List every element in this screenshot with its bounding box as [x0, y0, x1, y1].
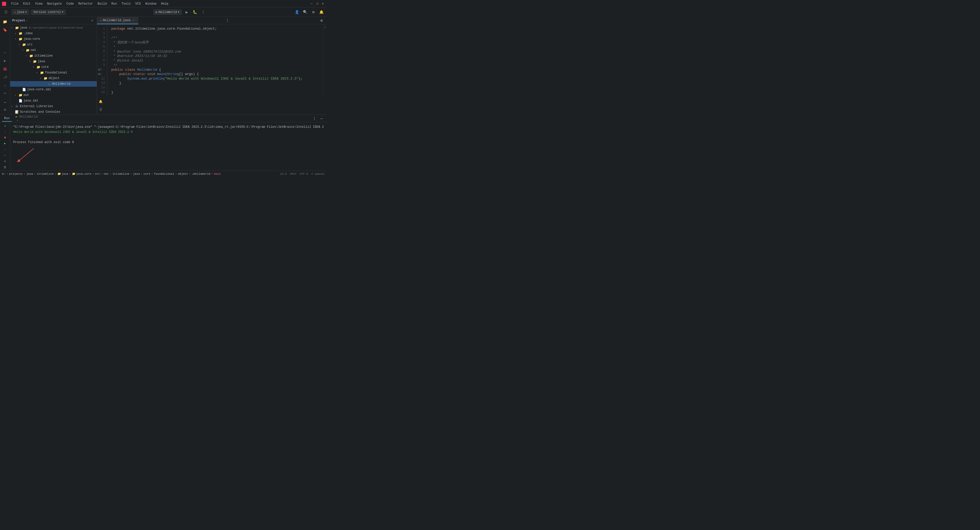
terminal-settings-icon[interactable]: ⚙	[1, 159, 9, 164]
line-num-5: 5	[103, 44, 107, 49]
right-icon-database[interactable]: 🗄	[97, 106, 105, 114]
menu-refactor[interactable]: Refactor	[76, 2, 95, 6]
run-gutter-11[interactable]: ▶	[99, 73, 100, 76]
line-num-3: 3	[103, 36, 107, 40]
menu-edit[interactable]: Edit	[21, 2, 33, 6]
more-run-options-button[interactable]: ⋮	[200, 9, 206, 15]
settings-icon[interactable]: ⚙	[310, 9, 317, 15]
search-icon[interactable]: 🔍	[302, 9, 308, 15]
cursor-position[interactable]: 13:6	[280, 172, 286, 176]
menu-view[interactable]: View	[33, 2, 45, 6]
scratches-icon: 📝	[15, 110, 19, 114]
tree-item-java-iml[interactable]: ▸ 📄 java.iml	[10, 98, 97, 103]
menu-file[interactable]: File	[9, 2, 21, 6]
code-line-7: * @version 2023/11/16 18:32	[111, 54, 323, 59]
sidebar-icon-run-panel[interactable]: ▶	[1, 57, 9, 65]
menu-bar: File Edit View Navigate Code Refactor Bu…	[9, 2, 170, 6]
tree-label-scratches: Scratches and Consoles	[20, 110, 60, 114]
menu-window[interactable]: Window	[143, 2, 159, 6]
tree-label-src: src	[27, 43, 33, 46]
tree-item-ittimeline[interactable]: ▾ 📁 ittimeline	[10, 53, 97, 59]
tree-item-net[interactable]: ▾ 📁 net	[10, 48, 97, 53]
terminal-more-icon[interactable]: ⋮	[311, 116, 318, 122]
sidebar-icon-git[interactable]: ⎇	[1, 73, 9, 81]
menu-vcs[interactable]: VCS	[133, 2, 143, 6]
run-again-icon[interactable]: ▶	[1, 141, 9, 146]
tree-item-foundational[interactable]: ▾ 📁 foundational	[10, 70, 97, 76]
run-gutter-10[interactable]: ▶	[99, 68, 100, 71]
minimize-button[interactable]: —	[310, 2, 313, 6]
tree-item-external-libs[interactable]: ▸ 🏛 External Libraries	[10, 103, 97, 109]
tree-item-java-core-iml[interactable]: ▸ 📄 java-core.iml	[10, 87, 97, 92]
tab-close-button[interactable]: ✕	[131, 19, 135, 22]
terminal-minimize-icon[interactable]: —	[318, 116, 325, 122]
sidebar-icon-folder[interactable]: 📁	[1, 18, 9, 25]
sidebar-icon-terminal[interactable]: ⌨	[1, 89, 9, 97]
rerun-icon[interactable]: ↺	[1, 124, 9, 128]
account-icon[interactable]: 👤	[294, 9, 300, 15]
code-line-11: public static void main(String[] args) {	[111, 72, 323, 76]
sidebar-icon-debug-panel[interactable]: 🐞	[1, 65, 9, 73]
maximize-button[interactable]: ❐	[315, 2, 319, 6]
tree-item-HelloWorld[interactable]: ▸ ☕ HelloWorld	[10, 81, 97, 87]
sidebar-icon-git2[interactable]: ⊞	[1, 106, 9, 114]
tree-item-java-core[interactable]: ▾ 📁 java-core	[10, 36, 97, 42]
close-button[interactable]: ✕	[321, 2, 325, 6]
editor-scrollbar[interactable]: ✓	[323, 24, 327, 97]
folder-icon-java-pkg: 📁	[33, 59, 37, 63]
editor-settings-icon[interactable]: ⚙	[318, 17, 325, 24]
terminal-header: Run ▶ HelloWorld ✕ ⋮ —	[0, 115, 327, 122]
menu-code[interactable]: Code	[64, 2, 76, 6]
sidebar-icon-more[interactable]: ⋯	[1, 49, 9, 56]
code-content[interactable]: package net.ittimeline.java.core.foundat…	[107, 24, 323, 97]
tree-item-core[interactable]: ▾ 📁 core	[10, 64, 97, 70]
terminal-tab-hello[interactable]: ▶ HelloWorld ✕	[14, 114, 40, 123]
breadcrumb-ittimeline2: ittimeline	[113, 172, 129, 176]
project-selector[interactable]: ☕ java ▼	[12, 10, 29, 15]
tree-item-src[interactable]: ▾ 📁 src	[10, 42, 97, 48]
encoding[interactable]: UTF-8	[300, 172, 308, 176]
clear-icon[interactable]: 🗑	[1, 165, 9, 170]
tree-item-idea[interactable]: ▸ 📁 .idea	[10, 31, 97, 36]
wrap-icon[interactable]: ↩	[1, 153, 9, 158]
sidebar-icon-problems[interactable]: ⚠	[1, 81, 9, 89]
menu-tools[interactable]: Tools	[119, 2, 133, 6]
panel-settings-icon[interactable]: ⚙	[89, 18, 95, 23]
terminal-tab-run[interactable]: Run	[2, 116, 12, 122]
breadcrumb-src: src	[95, 172, 100, 176]
right-icon-notifications[interactable]: 🔔	[97, 98, 105, 105]
run-button[interactable]: ▶	[184, 9, 190, 15]
terminal-tab-close[interactable]: ✕	[16, 119, 19, 122]
scroll-up-icon[interactable]: ↑	[1, 129, 9, 134]
indent-setting[interactable]: 4 spaces	[311, 172, 325, 176]
menu-help[interactable]: Help	[159, 2, 170, 6]
vcs-selector[interactable]: Version control ▼	[31, 10, 65, 15]
run-config-chevron-icon: ▼	[178, 11, 179, 14]
debug-button[interactable]: 🐛	[192, 9, 198, 15]
scroll-down-icon[interactable]: ↓	[1, 147, 9, 152]
sidebar-toggle-icon[interactable]: ☰	[2, 8, 10, 16]
editor-tab-HelloWorld[interactable]: ☕ HelloWorld.java ✕	[97, 17, 138, 24]
sidebar-icon-services[interactable]: ☁	[1, 98, 9, 105]
tree-item-java-pkg[interactable]: ▾ 📁 java	[10, 59, 97, 64]
tree-arrow-java-core: ▾	[15, 38, 18, 41]
tree-item-object[interactable]: ▾ 📁 object	[10, 76, 97, 81]
folder-icon-breadcrumb-core: 📁	[72, 172, 76, 176]
menu-run[interactable]: Run	[109, 2, 119, 6]
tree-label-java-root: java	[20, 26, 27, 30]
tab-more-options-icon[interactable]: ⋮	[224, 17, 231, 24]
run-config-name: HelloWorld	[159, 11, 177, 14]
sidebar-icon-bookmarks[interactable]: 🔖	[1, 26, 9, 34]
notifications-icon[interactable]: 🔔	[318, 9, 325, 15]
line-ending[interactable]: CRLF	[290, 172, 297, 176]
run-config-selector[interactable]: ▶ HelloWorld ▼	[153, 10, 182, 15]
terminal-panel: Run ▶ HelloWorld ✕ ⋮ — ↺ ↑ ■ ▶ ↓ ↩ ⚙ 🗑 "…	[0, 114, 327, 171]
menu-navigate[interactable]: Navigate	[45, 2, 64, 6]
tree-item-out[interactable]: ▸ 📁 out	[10, 92, 97, 98]
svg-line-0	[18, 148, 34, 161]
status-bar: D: › projects › java › ittimeline › 📁jav…	[0, 171, 327, 177]
menu-build[interactable]: Build	[95, 2, 109, 6]
stop-icon[interactable]: ■	[1, 135, 9, 140]
tree-item-java-root[interactable]: ▾ 📁 java D:\projects\java\ittimeline\jav…	[10, 25, 97, 31]
breadcrumb-object: object	[178, 172, 188, 176]
